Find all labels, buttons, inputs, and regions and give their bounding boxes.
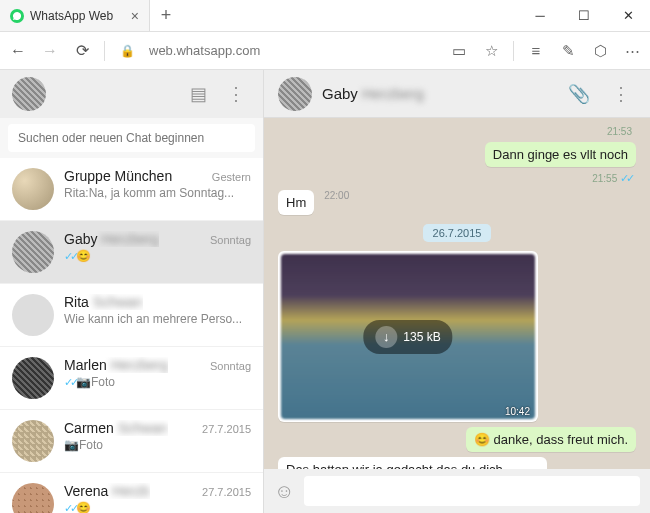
- chat-name: Gaby Herzberg: [64, 231, 159, 247]
- file-size: 135 kB: [403, 330, 440, 344]
- forward-icon[interactable]: →: [40, 42, 60, 60]
- chat-name: Marlen Herzberg: [64, 357, 168, 373]
- new-tab-button[interactable]: +: [150, 0, 182, 31]
- time-stamp: 22:00: [324, 190, 349, 201]
- chat-preview: 📷Foto: [64, 438, 251, 452]
- favorite-icon[interactable]: ☆: [481, 42, 501, 60]
- share-icon[interactable]: ⬡: [590, 42, 610, 60]
- message-input[interactable]: [304, 476, 640, 506]
- search-input[interactable]: [8, 124, 255, 152]
- chat-name: Rita Schwan: [64, 294, 143, 310]
- my-profile-header: ▤ ⋮: [0, 70, 263, 118]
- chat-time: Sonntag: [210, 360, 251, 372]
- whatsapp-favicon: [10, 9, 24, 23]
- tab-title: WhatsApp Web: [30, 9, 113, 23]
- message-pane[interactable]: 21:53 Dann ginge es vllt noch 21:55 ✓✓ H…: [264, 118, 650, 469]
- avatar: [12, 294, 54, 336]
- message-outgoing[interactable]: Dann ginge es vllt noch: [485, 142, 636, 167]
- attach-icon[interactable]: 📎: [562, 83, 596, 105]
- conversation-header: Gaby Herzberg 📎 ⋮: [264, 70, 650, 118]
- time-stamp: 10:42: [505, 406, 530, 417]
- chat-title[interactable]: Gaby Herzberg: [322, 85, 424, 102]
- date-separator: 26.7.2015: [423, 224, 492, 242]
- tab-close-icon[interactable]: ×: [131, 8, 139, 24]
- refresh-icon[interactable]: ⟳: [72, 41, 92, 60]
- new-chat-icon[interactable]: ▤: [184, 83, 213, 105]
- avatar: [12, 357, 54, 399]
- chat-preview: Wie kann ich an mehrere Perso...: [64, 312, 251, 326]
- chat-row-carmen[interactable]: Carmen Schwan27.7.2015 📷Foto: [0, 410, 263, 473]
- message-incoming[interactable]: Das hatten wir ja gedacht das du dich fr…: [278, 457, 547, 469]
- separator: [513, 41, 514, 61]
- chat-time: Sonntag: [210, 234, 251, 246]
- time-stamp: 21:53: [607, 126, 632, 137]
- my-avatar[interactable]: [12, 77, 46, 111]
- chat-list: Gruppe MünchenGestern Rita:Na, ja komm a…: [0, 158, 263, 513]
- chat-avatar[interactable]: [278, 77, 312, 111]
- menu-icon[interactable]: ⋮: [221, 83, 251, 105]
- message-outgoing[interactable]: 😊 danke, dass freut mich.: [466, 427, 636, 452]
- message-image[interactable]: ↓ 135 kB 10:42: [278, 251, 538, 422]
- separator: [104, 41, 105, 61]
- window-minimize-icon[interactable]: ─: [518, 0, 562, 31]
- chat-row-marlen[interactable]: Marlen HerzbergSonntag ✓✓📷Foto: [0, 347, 263, 410]
- reading-view-icon[interactable]: ▭: [449, 42, 469, 60]
- browser-tab[interactable]: WhatsApp Web ×: [0, 0, 150, 31]
- more-icon[interactable]: ⋯: [622, 42, 642, 60]
- download-icon: ↓: [375, 326, 397, 348]
- download-button[interactable]: ↓ 135 kB: [363, 320, 452, 354]
- chat-time: Gestern: [212, 171, 251, 183]
- address-url[interactable]: web.whatsapp.com: [149, 43, 437, 58]
- time-stamp: 21:55 ✓✓: [592, 172, 632, 185]
- chat-row-gruppe-munchen[interactable]: Gruppe MünchenGestern Rita:Na, ja komm a…: [0, 158, 263, 221]
- message-incoming[interactable]: Hm: [278, 190, 314, 215]
- chat-row-verena[interactable]: Verena Herzb27.7.2015 ✓✓😊: [0, 473, 263, 513]
- emoji-icon[interactable]: ☺: [274, 480, 294, 503]
- chat-name: Verena Herzb: [64, 483, 150, 499]
- back-icon[interactable]: ←: [8, 42, 28, 60]
- chat-row-rita[interactable]: Rita Schwan Wie kann ich an mehrere Pers…: [0, 284, 263, 347]
- compose-bar: ☺: [264, 469, 650, 513]
- chat-time: 27.7.2015: [202, 486, 251, 498]
- avatar: [12, 420, 54, 462]
- chat-preview: ✓✓😊: [64, 249, 251, 263]
- chat-menu-icon[interactable]: ⋮: [606, 83, 636, 105]
- chat-preview: ✓✓📷Foto: [64, 375, 251, 389]
- chat-name: Carmen Schwan: [64, 420, 168, 436]
- window-close-icon[interactable]: ✕: [606, 0, 650, 31]
- avatar: [12, 483, 54, 513]
- chat-name: Gruppe München: [64, 168, 172, 184]
- window-maximize-icon[interactable]: ☐: [562, 0, 606, 31]
- chat-row-gaby[interactable]: Gaby HerzbergSonntag ✓✓😊: [0, 221, 263, 284]
- hub-icon[interactable]: ≡: [526, 42, 546, 59]
- chat-time: 27.7.2015: [202, 423, 251, 435]
- note-icon[interactable]: ✎: [558, 42, 578, 60]
- chat-preview: ✓✓😊: [64, 501, 251, 513]
- chat-preview: Rita:Na, ja komm am Sonntag...: [64, 186, 251, 200]
- avatar: [12, 231, 54, 273]
- lock-icon: 🔒: [117, 44, 137, 58]
- avatar: [12, 168, 54, 210]
